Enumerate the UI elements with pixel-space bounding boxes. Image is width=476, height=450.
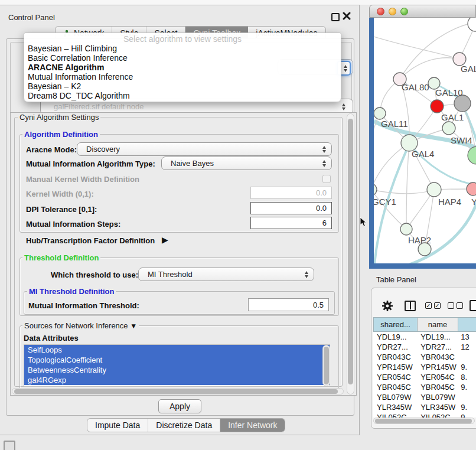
table-cell: YDL19... (373, 332, 417, 342)
bottom-tab-discretize-data[interactable]: Discretize Data (148, 419, 220, 432)
table-cell (457, 392, 476, 402)
mi-algorithm-type-combobox[interactable]: Naive Bayes (161, 156, 332, 170)
table-row[interactable]: YBR045CYBR045C9. (373, 382, 476, 392)
network-node-label: GAL1 (441, 112, 464, 122)
gear-icon[interactable] (382, 300, 393, 312)
attribute-list-item[interactable]: TopologicalCoefficient (24, 355, 330, 365)
manual-kernel-width-checkbox[interactable] (322, 175, 331, 183)
dropdown-item[interactable]: Dream8 DC_TDC Algorithm (24, 91, 341, 100)
manual-kernel-width-label: Manual Kernel Width Definition (26, 175, 139, 184)
cyni-algorithm-settings-title: Cyni Algorithm Settings (18, 113, 100, 122)
table-cell: YBR043C (373, 352, 417, 362)
table-row[interactable]: YLR345WYLR345W9. (373, 402, 476, 412)
table-cell: 9 (457, 412, 476, 418)
network-node[interactable] (374, 107, 386, 119)
kernel-width-input[interactable]: 0.0 (250, 187, 332, 199)
apply-button[interactable]: Apply (158, 399, 201, 413)
minimize-traffic-light[interactable] (389, 8, 396, 15)
close-icon[interactable] (343, 12, 351, 20)
table-panel-title: Table Panel (376, 275, 416, 284)
dropdown-placeholder: Select algorithm to view settings (24, 33, 341, 44)
float-window-icon[interactable] (331, 13, 340, 21)
table-row[interactable]: YBL079WYBL079W (373, 392, 476, 402)
table-row[interactable]: YPR145WYPR145W9. (373, 362, 476, 372)
network-node-label: HAP4 (438, 197, 461, 207)
table-cell (457, 352, 476, 362)
mi-threshold-label: Mutual Information Threshold: (28, 301, 139, 310)
mi-steps-input[interactable]: 6 (250, 217, 332, 229)
aracne-mode-combobox[interactable]: Discovery (77, 142, 332, 156)
attribute-list-item[interactable]: BetweennessCentrality (24, 365, 330, 375)
table-data-combobox-value: galFiltered.sif default node (54, 102, 144, 111)
zoom-traffic-light[interactable] (400, 8, 408, 15)
table-cell: 9. (457, 362, 476, 372)
table-row[interactable]: YDL19...YDL19...13 (373, 332, 476, 342)
table-cell: YPR145W (373, 362, 417, 372)
network-canvas[interactable]: GALGAL80GAL10GAL1GAL11SWI4GAL4GCY1HAP4YH… (374, 18, 476, 263)
settings-horizontal-scrollbar[interactable] (12, 388, 344, 394)
mi-threshold-input[interactable]: 0.5 (248, 298, 329, 311)
table-rows: YDL19...YDL19...13YDR27...YDR27...12YBR0… (373, 332, 476, 418)
deselect-all-checkboxes-icon[interactable] (448, 302, 463, 309)
algorithm-dropdown-list: Select algorithm to view settings Bayesi… (24, 32, 341, 102)
table-cell: YBR043C (417, 352, 457, 362)
attributes-list-scrollbar[interactable] (322, 345, 330, 386)
table-cell: YIL052C (373, 412, 417, 418)
mi-steps-label: Mutual Information Steps: (26, 220, 120, 229)
table-row[interactable]: YBR043CYBR043C (373, 352, 476, 362)
bottom-tab-infer-network[interactable]: Infer Network (220, 419, 285, 432)
table-cell: 13 (457, 332, 476, 342)
attribute-list-item[interactable]: gal4RGexp (24, 375, 330, 385)
network-node[interactable] (431, 100, 444, 113)
column-header[interactable] (458, 317, 476, 332)
aracne-mode-label: Aracne Mode: (26, 145, 77, 154)
table-row[interactable]: YIL052CYIL052C9 (373, 412, 476, 418)
table-cell: YER054C (417, 372, 457, 382)
network-node[interactable] (427, 182, 441, 197)
table-horizontal-scrollbar[interactable] (373, 418, 475, 424)
network-node[interactable] (468, 18, 476, 31)
dpi-tolerance-label: DPI Tolerance [0,1]: (26, 205, 97, 214)
expand-right-icon[interactable]: ▶ (162, 235, 168, 244)
mi-algorithm-type-label: Mutual Information Algorithm Type: (26, 159, 155, 168)
table-cell: YDR27... (417, 342, 457, 352)
column-header[interactable]: name (418, 317, 458, 332)
collapse-down-icon[interactable]: ▼ (130, 322, 137, 330)
network-node[interactable] (400, 223, 412, 235)
split-columns-icon[interactable] (405, 301, 416, 311)
mi-threshold-definition-title: MI Threshold Definition (27, 287, 116, 296)
table-row[interactable]: YDR27...YDR27...12 (373, 342, 476, 352)
network-edge (406, 143, 409, 229)
column-header[interactable]: shared... (373, 317, 418, 332)
table-cell: 9. (457, 382, 476, 392)
select-all-checkboxes-icon[interactable]: ✓ ✓ (425, 302, 441, 309)
dropdown-item[interactable]: ARACNE Algorithm (24, 63, 341, 72)
dpi-tolerance-input[interactable]: 0.0 (250, 202, 332, 214)
network-node-label: Y (471, 197, 476, 207)
bottom-tab-impute-data[interactable]: Impute Data (87, 419, 148, 432)
network-node[interactable] (468, 146, 476, 164)
network-node[interactable] (374, 184, 377, 195)
hide-panel-icon[interactable] (4, 441, 15, 450)
table-cell: YER054C (373, 372, 417, 382)
table-header-row: shared...name (373, 317, 476, 332)
network-window-titlebar[interactable] (369, 5, 476, 18)
data-attributes-list: SelfLoopsTopologicalCoefficientBetweenne… (24, 344, 330, 387)
close-traffic-light[interactable] (377, 8, 384, 15)
settings-vertical-scrollbar[interactable] (347, 113, 354, 394)
network-node[interactable] (467, 182, 476, 195)
table-row[interactable]: YER054CYER054C8. (373, 372, 476, 382)
network-node[interactable] (454, 95, 471, 112)
screen: Control Panel NetworkStyleSelectCyni Too… (0, 0, 476, 450)
which-threshold-combobox[interactable]: MI Threshold (138, 268, 314, 281)
network-node-label: GAL80 (402, 82, 429, 92)
algorithm-definition-title: Algorithm Definition (22, 130, 100, 139)
dropdown-item[interactable]: Bayesian – Hill Climbing (24, 44, 341, 53)
network-node[interactable] (442, 122, 455, 135)
attribute-list-item[interactable]: SelfLoops (24, 345, 330, 355)
network-node-label: GCY1 (374, 197, 396, 207)
dropdown-item[interactable]: Mutual Information Inference (24, 72, 341, 81)
new-table-icon[interactable] (470, 300, 476, 311)
dropdown-item[interactable]: Basic Correlation Inference (24, 53, 341, 63)
dropdown-item[interactable]: Bayesian – K2 (24, 81, 341, 91)
